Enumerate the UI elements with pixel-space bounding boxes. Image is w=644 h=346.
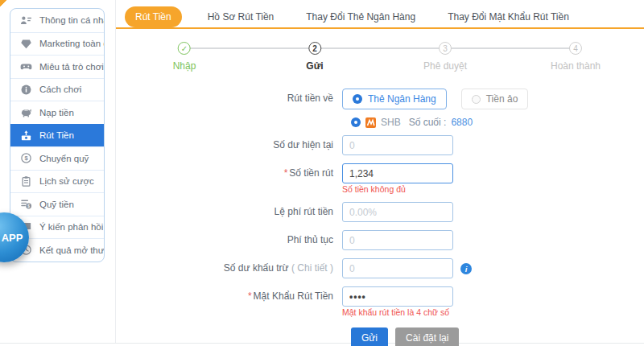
handling-fee-input[interactable]	[342, 230, 453, 250]
withdraw-password-label: *Mật Khẩu Rút Tiền	[116, 286, 342, 307]
step-input: ✓ Nhập	[173, 42, 196, 72]
withdraw-amount-input[interactable]	[342, 163, 453, 183]
tab-withdraw[interactable]: Rút Tiền	[125, 6, 182, 27]
bank-name: SHB	[381, 117, 401, 128]
bank-card-option[interactable]: Thẻ Ngân Hàng	[342, 89, 447, 109]
step-approve: 3 Phê duyệt	[423, 42, 467, 72]
bank-card-option-label: Thẻ Ngân Hàng	[368, 93, 436, 105]
form-actions: Gửi Cài đặt lại	[351, 327, 644, 346]
virtual-currency-option[interactable]: Tiền ảo	[461, 89, 529, 109]
current-balance-input[interactable]	[342, 135, 453, 155]
bank-radio-selected-icon	[351, 117, 361, 127]
step-complete: 4 Hoàn thành	[551, 42, 601, 72]
gem-icon	[20, 38, 32, 50]
dollar-circle-icon: $	[20, 152, 32, 164]
tab-change-withdraw-password[interactable]: Thay Đổi Mật Khẩu Rút Tiền	[431, 6, 585, 27]
withdraw-fee-label: Lệ phí rút tiền	[116, 202, 342, 222]
withdraw-to-label: Rút tiền về	[116, 89, 342, 109]
sidebar-item-label: Marketing toàn cầu	[39, 39, 105, 48]
radio-selected-icon	[353, 94, 362, 104]
step-label: Nhập	[173, 60, 196, 72]
sidebar-item-transfer-funds[interactable]: $ Chuyển quỹ	[10, 146, 104, 170]
sidebar-item-personal-info[interactable]: Thông tin cá nhân	[10, 9, 104, 32]
current-balance-row: Số dư hiện tại	[116, 135, 644, 155]
withdraw-amount-row: *Số tiền rút Số tiền không đủ	[116, 163, 644, 194]
sidebar-item-label: Kết quả mở thưởng	[39, 245, 105, 255]
sidebar-item-funds[interactable]: $ Quỹ tiền	[10, 192, 104, 216]
progress-stepper: ✓ Nhập 2 Gửi 3 Phê duyệt 4 Hoàn thành	[184, 42, 576, 79]
bank-last-digits: 6880	[451, 117, 473, 128]
piggy-bank-icon	[20, 106, 32, 118]
step-label: Phê duyệt	[423, 60, 467, 72]
withdraw-fee-row: Lệ phí rút tiền	[116, 202, 644, 222]
required-asterisk: *	[248, 290, 252, 302]
sidebar-item-label: Miêu tả trò chơi	[39, 62, 104, 72]
sidebar-item-deposit[interactable]: Nạp tiền	[10, 101, 104, 124]
deduction-info-icon[interactable]: i	[460, 263, 472, 274]
withdraw-password-input[interactable]	[342, 286, 453, 307]
virtual-currency-option-label: Tiền ảo	[486, 93, 518, 105]
current-balance-label: Số dư hiện tại	[116, 135, 342, 155]
step-number: 3	[439, 42, 452, 55]
required-asterisk: *	[284, 167, 288, 179]
svg-text:$: $	[27, 204, 30, 208]
amount-error-message: Số tiền không đủ	[342, 185, 453, 194]
stepper-track	[189, 47, 571, 49]
deduction-balance-label: Số dư khấu trừ ( Chi tiết )	[116, 258, 342, 278]
main-content: Rút Tiền Hồ Sơ Rút Tiền Thay Đổi Thẻ Ngâ…	[116, 0, 644, 346]
sidebar-item-bet-history[interactable]: Lịch sử cược	[10, 170, 104, 193]
fund-list-icon: $	[20, 198, 32, 210]
step-number: 4	[569, 42, 582, 55]
bank-last-digits-label: Số cuối :	[409, 117, 447, 128]
sidebar-item-how-to-play[interactable]: Cách chơi	[10, 78, 104, 101]
contact-card-icon	[20, 14, 32, 27]
tab-withdraw-records[interactable]: Hồ Sơ Rút Tiền	[192, 6, 291, 27]
handling-fee-label: Phí thủ tục	[116, 230, 342, 250]
corner-accent	[0, 0, 6, 6]
tab-bar: Rút Tiền Hồ Sơ Rút Tiền Thay Đổi Thẻ Ngâ…	[116, 0, 644, 29]
withdraw-money-icon	[20, 130, 32, 142]
withdraw-to-row: Rút tiền về Thẻ Ngân Hàng Tiền ảo	[116, 89, 644, 109]
sidebar-item-label: Quỹ tiền	[39, 200, 74, 209]
withdraw-amount-label: *Số tiền rút	[116, 163, 342, 183]
submit-button[interactable]: Gửi	[351, 327, 388, 346]
sidebar-item-label: Thông tin cá nhân	[39, 15, 105, 25]
reset-button[interactable]: Cài đặt lại	[395, 327, 459, 346]
bank-card-row[interactable]: SHB Số cuối : 6880	[351, 117, 644, 128]
shb-bank-logo-icon	[365, 117, 376, 128]
sidebar-item-game-description[interactable]: Miêu tả trò chơi	[10, 55, 104, 78]
deduction-detail-link[interactable]: ( Chi tiết )	[291, 262, 333, 274]
step-number: 2	[308, 42, 321, 55]
withdrawal-page: Thông tin cá nhân Marketing toàn cầu Miê…	[0, 0, 644, 346]
clipboard-icon	[20, 175, 32, 187]
svg-text:$: $	[24, 154, 28, 162]
sidebar-item-label: Ý kiến phản hồi	[39, 222, 103, 232]
withdraw-password-row: *Mật Khẩu Rút Tiền Mật khẩu rút tiền là …	[116, 286, 644, 317]
step-label: Gửi	[306, 60, 323, 72]
app-badge-label: APP	[2, 232, 23, 244]
step-check-icon: ✓	[178, 42, 191, 55]
sidebar-item-label: Rút Tiền	[39, 130, 74, 140]
sidebar-item-global-marketing[interactable]: Marketing toàn cầu	[10, 32, 104, 56]
gamepad-icon	[20, 60, 32, 72]
radio-unselected-icon	[472, 95, 481, 104]
sidebar-item-label: Chuyển quỹ	[39, 154, 89, 163]
sidebar-item-withdraw[interactable]: Rút Tiền	[10, 124, 104, 147]
deduction-balance-input[interactable]	[342, 258, 453, 278]
step-label: Hoàn thành	[551, 60, 601, 72]
handling-fee-row: Phí thủ tục	[116, 230, 644, 250]
password-hint-message: Mật khẩu rút tiền là 4 chữ số	[342, 308, 453, 317]
step-submit: 2 Gửi	[306, 42, 323, 72]
info-icon	[20, 84, 32, 96]
tab-change-bank-card[interactable]: Thay Đổi Thẻ Ngân Hàng	[290, 6, 431, 27]
sidebar-item-label: Lịch sử cược	[39, 176, 94, 186]
withdraw-form: Rút tiền về Thẻ Ngân Hàng Tiền ảo SHB Số…	[116, 89, 644, 346]
deduction-balance-row: Số dư khấu trừ ( Chi tiết ) i	[116, 258, 644, 278]
withdraw-fee-input[interactable]	[342, 202, 453, 222]
sidebar-item-label: Nạp tiền	[39, 108, 74, 117]
sidebar-item-label: Cách chơi	[39, 84, 81, 94]
